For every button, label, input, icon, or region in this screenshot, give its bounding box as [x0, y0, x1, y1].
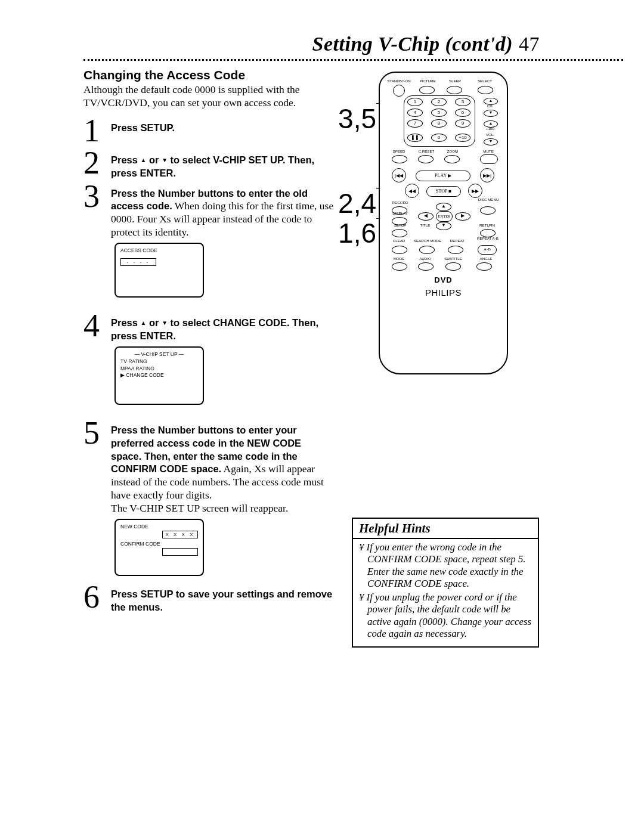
nav-left-button[interactable]: ◀: [418, 212, 434, 221]
ch-down-button[interactable]: ▼: [484, 110, 498, 117]
picture-button[interactable]: [419, 86, 435, 94]
lbl-repeatab: REPEAT A-B: [473, 237, 503, 240]
mute-button[interactable]: [480, 154, 498, 164]
angle-button[interactable]: [476, 262, 492, 271]
num-9[interactable]: 9: [455, 119, 470, 128]
enter-button[interactable]: ENTER: [436, 211, 453, 222]
num-0[interactable]: 0: [431, 134, 447, 142]
stop-button[interactable]: STOP ■: [426, 186, 461, 197]
disc-menu-button[interactable]: [480, 206, 496, 215]
section-title: Changing the Access Code: [83, 68, 334, 82]
searchmode-button[interactable]: [419, 246, 435, 254]
step-5-after: The V-CHIP SET UP screen will reappear.: [111, 502, 288, 514]
brand-label: PHILIPS: [380, 287, 507, 298]
skip-back-button[interactable]: |◀◀: [392, 168, 406, 182]
audio-button[interactable]: [418, 262, 434, 271]
step-2: 2 Press or to select V-CHIP SET UP. Then…: [83, 150, 334, 180]
step-number: 2: [83, 147, 111, 179]
subtitle-button[interactable]: [445, 262, 461, 271]
osd3-line2: CONFIRM CODE: [120, 541, 198, 548]
hint-1: ¥ If you enter the wrong code in the CON…: [359, 541, 532, 590]
repeat-button[interactable]: [448, 246, 463, 254]
osd-new-code: NEW CODE X X X X CONFIRM CODE: [114, 519, 204, 576]
vol-up-button[interactable]: ▲: [484, 120, 498, 128]
osd2-line4: ▶ CHANGE CODE: [120, 372, 198, 379]
select-button[interactable]: [478, 86, 493, 94]
step-number: 1: [83, 114, 111, 147]
num-6[interactable]: 6: [455, 109, 470, 117]
down-arrow-icon: [162, 154, 168, 165]
lbl-title: TITLE: [414, 223, 436, 227]
ch-up-button[interactable]: ▲: [484, 98, 498, 105]
osd2-line2: TV RATING: [120, 358, 198, 366]
num-plus10[interactable]: +10: [455, 134, 470, 142]
osd3-newcode-cell: X X X X: [162, 531, 198, 538]
lbl-vol: VOL.: [480, 132, 500, 137]
rewind-button[interactable]: ◀◀: [405, 184, 419, 198]
up-arrow-icon: [141, 317, 147, 328]
step-4: 4 Press or to select CHANGE CODE. Then, …: [83, 313, 334, 343]
mode-button[interactable]: [392, 262, 407, 271]
lbl-return: RETURN: [474, 223, 500, 227]
num-3[interactable]: 3: [455, 98, 470, 106]
lbl-speed: SPEED: [388, 149, 410, 153]
osd-vchip-menu: — V-CHIP SET UP — TV RATING MPAA RATING …: [114, 346, 204, 405]
standby-button[interactable]: [393, 85, 405, 97]
step-number: 5: [83, 417, 111, 449]
lbl-standby: STANDBY-ON: [386, 79, 412, 83]
lbl-display: DISPLAY: [388, 211, 412, 215]
page-header: Setting V-Chip (cont'd)47: [83, 33, 623, 55]
step-2-pre: Press: [111, 154, 141, 165]
up-arrow-icon: [141, 154, 147, 165]
ffwd-button[interactable]: ▶▶: [468, 184, 482, 198]
osd2-line1: — V-CHIP SET UP —: [120, 351, 198, 358]
num-7[interactable]: 7: [407, 119, 423, 128]
num-1[interactable]: 1: [407, 98, 423, 106]
lbl-mute: MUTE: [476, 149, 500, 153]
setup-button[interactable]: [392, 229, 407, 237]
sleep-button[interactable]: [447, 86, 462, 94]
step-5: 5 Press the Number buttons to enter your…: [83, 420, 334, 515]
intro-text: Although the default code 0000 is suppli…: [83, 83, 316, 110]
helpful-hints-box: Helpful Hints ¥ If you enter the wrong c…: [352, 518, 539, 648]
zoom-button[interactable]: [444, 155, 460, 163]
repeatab-button[interactable]: A-B: [478, 245, 497, 255]
lbl-sleep: SLEEP: [443, 79, 467, 83]
lbl-zoom: ZOOM: [442, 149, 463, 153]
pause-button[interactable]: ❚❚: [407, 134, 423, 142]
down-arrow-icon: [162, 317, 168, 328]
callout-35: 3,5: [338, 105, 376, 132]
clear-button[interactable]: [392, 246, 407, 254]
lbl-select: SELECT: [470, 79, 499, 83]
num-2[interactable]: 2: [431, 98, 447, 106]
creset-button[interactable]: [418, 155, 434, 163]
osd2-line3: MPAA RATING: [120, 366, 198, 373]
nav-right-button[interactable]: ▶: [455, 212, 470, 221]
step-6-text: Press SETUP to save your settings and re…: [111, 589, 332, 612]
remote-body: STANDBY-ON PICTURE SLEEP SELECT 1 2 3 4 …: [379, 72, 508, 374]
step-1: 1 Press SETUP.: [83, 118, 334, 147]
lbl-picture: PICTURE: [416, 79, 439, 83]
osd1-title: ACCESS CODE: [120, 247, 198, 255]
step-6: 6 Press SETUP to save your settings and …: [83, 584, 334, 614]
page-number: 47: [519, 33, 540, 55]
nav-down-button[interactable]: ▼: [436, 222, 451, 230]
step-3: 3 Press the Number buttons to enter the …: [83, 184, 334, 240]
skip-fwd-button[interactable]: ▶▶|: [480, 168, 494, 182]
play-button[interactable]: PLAY ▶: [416, 171, 470, 181]
num-5[interactable]: 5: [431, 109, 447, 117]
header-title-text: Setting V-Chip (cont'd): [312, 33, 513, 55]
num-8[interactable]: 8: [431, 119, 447, 128]
dvd-logo: DVD: [380, 275, 507, 284]
step-2-mid: or: [146, 154, 162, 165]
vol-down-button[interactable]: ▼: [484, 138, 498, 145]
lbl-clear: CLEAR: [388, 239, 410, 243]
hints-title: Helpful Hints: [353, 519, 538, 539]
step-4-mid: or: [146, 317, 162, 328]
osd3-line1: NEW CODE: [120, 524, 198, 531]
speed-button[interactable]: [392, 155, 407, 163]
step-number: 3: [83, 180, 111, 212]
nav-up-button[interactable]: ▲: [436, 203, 451, 211]
num-4[interactable]: 4: [407, 109, 423, 117]
lbl-angle: ANGLE: [474, 256, 498, 261]
